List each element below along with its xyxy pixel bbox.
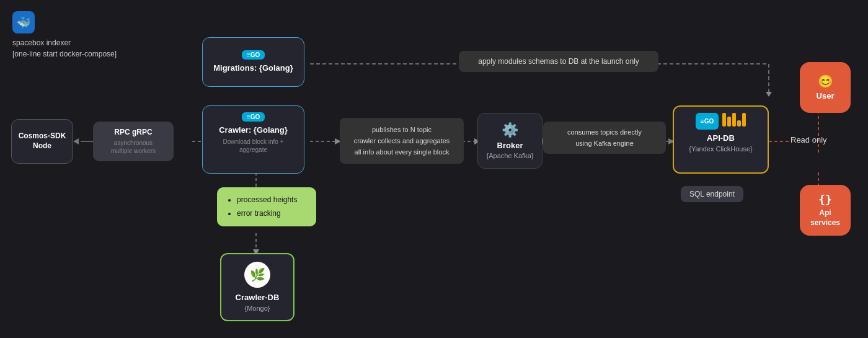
broker-title: Broker — [497, 141, 523, 151]
migrations-go-badge — [242, 50, 265, 60]
app-title: spacebox indexer [one-line start docker-… — [12, 37, 117, 60]
error-tracking-item: error tracking — [237, 207, 305, 221]
clickhouse-icon — [722, 113, 746, 127]
green-list-box: processed heights error tracking — [217, 187, 316, 226]
api-db-subtitle: {Yandex ClickHouse} — [689, 145, 753, 153]
migrations-info-label: apply modules schemas to DB at the launc… — [459, 51, 658, 72]
crawler-db-node: 🌿 Crawler-DB {Mongo} — [220, 253, 294, 321]
crawler-title: Crawler: {Golang} — [219, 125, 288, 136]
processed-heights-item: processed heights — [237, 193, 305, 207]
crawler-subtitle: Download block info + aggregate — [209, 138, 298, 154]
api-services-icon: {} — [818, 193, 832, 206]
svg-marker-3 — [766, 92, 772, 97]
user-node: 😊 User — [800, 62, 851, 113]
migrations-node: Migrations: {Golang} — [202, 37, 304, 87]
cosmos-title: Cosmos-SDK Node — [19, 131, 66, 151]
migrations-title: Migrations: {Golang} — [213, 63, 293, 74]
broker-subtitle: {Apache Kafka} — [487, 152, 534, 159]
mongo-icon: 🌿 — [244, 262, 270, 288]
consumes-label: consumes topics directly using Kafka eng… — [543, 122, 666, 154]
cosmos-node: Cosmos-SDK Node — [11, 119, 73, 164]
api-services-title: Api services — [810, 208, 840, 228]
crawler-node: Crawler: {Golang} Download block info + … — [202, 105, 304, 174]
user-title: User — [817, 91, 835, 102]
crawler-db-subtitle: {Mongo} — [245, 305, 270, 312]
api-services-node: {} Api services — [800, 185, 851, 236]
api-db-node: API-DB {Yandex ClickHouse} — [673, 105, 769, 174]
sql-endpoint-label: SQL endpoint — [681, 186, 743, 202]
app-icon: 🐳 — [12, 11, 35, 33]
rpc-box: RPC gRPC asynchronous multiple workers — [93, 122, 174, 161]
kafka-icon: ⚙️ — [502, 122, 518, 138]
diagram-container: 🐳 spacebox indexer [one-line start docke… — [0, 0, 868, 338]
api-db-go-badge — [696, 113, 719, 130]
app-logo: 🐳 spacebox indexer [one-line start docke… — [12, 11, 117, 60]
crawler-go-badge — [242, 112, 265, 122]
crawler-db-title: Crawler-DB — [236, 293, 280, 303]
read-only-label: Read only — [790, 135, 827, 145]
rpc-title: RPC gRPC — [114, 128, 152, 138]
green-list: processed heights error tracking — [228, 193, 305, 220]
user-icon: 😊 — [818, 74, 833, 89]
svg-marker-5 — [73, 138, 79, 145]
api-db-title: API-DB — [707, 133, 735, 144]
publishes-label: publishes to N topic crawler collects an… — [340, 118, 464, 164]
rpc-subtitle: asynchronous multiple workers — [111, 139, 156, 155]
broker-node: ⚙️ Broker {Apache Kafka} — [477, 113, 542, 169]
